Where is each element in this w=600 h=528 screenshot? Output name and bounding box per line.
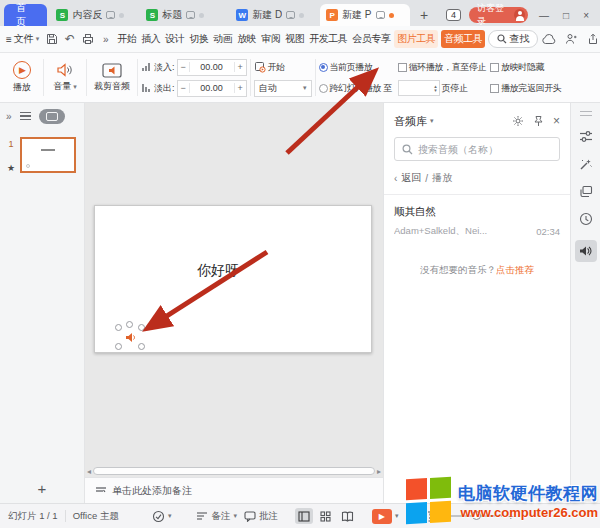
minimize-button[interactable]: — xyxy=(536,10,552,21)
fade-in-increase-button[interactable]: + xyxy=(234,62,246,72)
rewind-checkbox-row[interactable]: 播放完返回开头 xyxy=(490,79,561,98)
scroll-right-icon[interactable]: ▸ xyxy=(377,467,381,476)
print-icon[interactable] xyxy=(80,32,95,47)
pin-icon[interactable] xyxy=(533,115,544,127)
properties-sliders-icon[interactable] xyxy=(579,130,593,143)
tab-doc-2[interactable]: S 标题 xyxy=(140,4,230,26)
page-stop-spinner[interactable]: ▴▾ xyxy=(398,80,440,96)
window-count-badge[interactable]: 4 xyxy=(446,9,461,21)
menu-design[interactable]: 设计 xyxy=(164,30,185,48)
slide-text[interactable]: 你好呀 xyxy=(197,262,239,280)
slide-sorter-view-button[interactable] xyxy=(317,508,335,524)
more-toolbar-icon[interactable]: » xyxy=(98,32,113,47)
fit-to-window-icon[interactable] xyxy=(419,510,432,523)
outline-view-icon[interactable] xyxy=(20,112,31,121)
start-mode-dropdown[interactable]: 自动 ▾ xyxy=(254,80,312,97)
drag-handle-icon[interactable] xyxy=(580,111,592,116)
menu-member[interactable]: 会员专享 xyxy=(351,30,391,48)
close-button[interactable]: × xyxy=(580,10,592,21)
chevron-down-icon[interactable]: ▾ xyxy=(430,117,434,125)
theme-name[interactable]: Office 主题 xyxy=(73,510,119,523)
normal-view-button[interactable] xyxy=(295,508,313,524)
menu-audio-tools-active[interactable]: 音频工具 xyxy=(441,30,485,48)
scroll-left-icon[interactable]: ◂ xyxy=(87,467,91,476)
zoom-out-button[interactable]: − xyxy=(438,511,444,522)
slide[interactable]: 你好呀 xyxy=(94,205,372,353)
menu-picture-tools[interactable]: 图片工具 xyxy=(394,30,438,48)
close-panel-icon[interactable]: × xyxy=(553,114,560,128)
notes-bar[interactable]: 单击此处添加备注 xyxy=(85,477,383,503)
menu-start[interactable]: 开始 xyxy=(116,30,137,48)
selection-handle[interactable] xyxy=(138,343,145,350)
song-title[interactable]: 顺其自然 xyxy=(394,205,560,219)
fade-out-decrease-button[interactable]: − xyxy=(178,83,190,93)
undo-icon[interactable]: ↶ xyxy=(62,32,77,47)
animation-wand-icon[interactable] xyxy=(579,157,593,171)
slideshow-play-button[interactable]: ▶ xyxy=(372,509,392,524)
menu-review[interactable]: 审阅 xyxy=(260,30,281,48)
history-clock-icon[interactable] xyxy=(579,212,593,226)
horizontal-scrollbar[interactable]: ◂ ▸ xyxy=(85,465,383,477)
writer-app-icon: W xyxy=(236,9,248,21)
tab-doc-active[interactable]: P 新建 P xyxy=(320,4,410,26)
fade-out-value[interactable]: 00.00 xyxy=(190,83,234,93)
reading-view-button[interactable] xyxy=(339,508,357,524)
new-tab-button[interactable]: + xyxy=(410,7,438,26)
song-row[interactable]: Adam+Salkeld、Nei... 02:34 xyxy=(394,225,560,238)
tab-doc-1[interactable]: S 内容反 xyxy=(50,4,140,26)
share-icon[interactable] xyxy=(585,32,600,47)
recommend-link[interactable]: 点击推荐 xyxy=(496,264,534,275)
scrollbar-track[interactable] xyxy=(93,467,375,475)
play-audio-button[interactable]: ▶ 播放 xyxy=(2,55,42,100)
add-slide-button[interactable]: + xyxy=(0,473,84,503)
menu-devtools[interactable]: 开发工具 xyxy=(308,30,348,48)
menu-animation[interactable]: 动画 xyxy=(212,30,233,48)
volume-button[interactable]: 音量 ▾ xyxy=(45,55,85,100)
gear-icon[interactable] xyxy=(512,115,524,127)
menu-view[interactable]: 视图 xyxy=(284,30,305,48)
audio-search-box[interactable] xyxy=(394,137,560,161)
trim-audio-button[interactable]: 裁剪音频 xyxy=(88,55,136,100)
invite-person-icon[interactable] xyxy=(563,32,578,47)
slide-1-thumbnail-selected[interactable] xyxy=(20,137,76,173)
zoom-in-button[interactable]: + xyxy=(508,511,514,522)
menu-insert[interactable]: 插入 xyxy=(140,30,161,48)
file-menu[interactable]: ≡ 文件 ▾ xyxy=(6,32,39,46)
selection-handle[interactable] xyxy=(126,321,133,328)
tab-doc-3[interactable]: W 新建 D xyxy=(230,4,320,26)
save-icon[interactable] xyxy=(44,32,59,47)
visitor-login-button[interactable]: 访客登录 xyxy=(469,7,528,23)
radio-current-page[interactable]: 当前页播放 xyxy=(319,58,392,77)
tab-home[interactable]: 首页 xyxy=(4,4,47,26)
expand-panel-icon[interactable]: » xyxy=(6,111,12,122)
fade-in-decrease-button[interactable]: − xyxy=(178,62,190,72)
find-button[interactable]: 查找 xyxy=(488,30,538,48)
selection-handle[interactable] xyxy=(138,324,145,331)
zoom-slider[interactable] xyxy=(450,515,502,517)
radio-across-slides[interactable]: 跨幻灯片播放 至 xyxy=(319,79,392,98)
menu-transition[interactable]: 切换 xyxy=(188,30,209,48)
slide-view-toggle-selected[interactable] xyxy=(39,109,65,124)
audio-object-selected[interactable] xyxy=(117,326,143,348)
audio-search-input[interactable] xyxy=(418,144,552,155)
selection-handle[interactable] xyxy=(115,343,122,350)
zoom-slider-knob[interactable] xyxy=(472,511,481,520)
cloud-sync-icon[interactable] xyxy=(541,32,556,47)
maximize-button[interactable]: □ xyxy=(560,10,572,21)
menu-slideshow[interactable]: 放映 xyxy=(236,30,257,48)
audio-panel-toggle-selected[interactable] xyxy=(575,240,597,262)
back-link[interactable]: 返回 xyxy=(401,171,421,185)
loop-checkbox-row[interactable]: 循环播放，直至停止 xyxy=(398,58,486,77)
comments-button[interactable]: 批注 xyxy=(244,510,278,523)
fade-in-value[interactable]: 00.00 xyxy=(190,62,234,72)
back-chevron-icon[interactable]: ‹ xyxy=(394,173,397,184)
tab-status-dot xyxy=(199,13,204,18)
spellcheck-control[interactable]: ▾ xyxy=(152,510,172,523)
spinner-arrows-icon: ▴▾ xyxy=(434,84,437,92)
notes-toggle[interactable]: 备注 ▾ xyxy=(196,510,237,523)
fade-out-increase-button[interactable]: + xyxy=(234,83,246,93)
chevron-down-icon[interactable]: ▾ xyxy=(395,512,399,520)
hide-on-show-checkbox-row[interactable]: 放映时隐藏 xyxy=(490,58,561,77)
selection-handle[interactable] xyxy=(115,324,122,331)
layers-windows-icon[interactable] xyxy=(579,185,593,198)
